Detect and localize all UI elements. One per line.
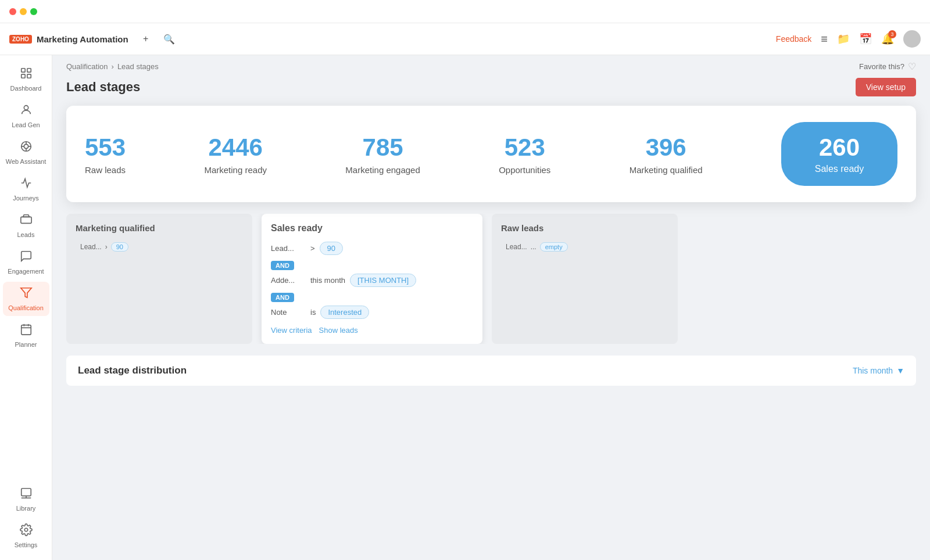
avatar[interactable]	[903, 30, 921, 48]
dashboard-icon	[20, 67, 33, 82]
stat-label-sales-ready: Sales ready	[815, 164, 864, 174]
svg-rect-0	[21, 69, 24, 72]
criteria-field-2: Adde...	[271, 276, 306, 285]
distribution-header: Lead stage distribution This month ▼	[78, 365, 904, 376]
card-title-sales-ready: Sales ready	[271, 223, 473, 234]
criteria-val-1: 90	[320, 242, 343, 255]
title-bar	[0, 0, 930, 23]
sidebar-item-planner[interactable]: Planner	[3, 318, 49, 353]
card-marketing-qualified: Marketing qualified Lead... › 90	[66, 214, 252, 344]
sidebar-item-lead-gen[interactable]: Lead Gen	[3, 99, 49, 133]
layout: Dashboard Lead Gen Web Assistant Journey…	[0, 55, 930, 560]
sidebar-label-qualification: Qualification	[8, 304, 44, 311]
and-connector-2: AND	[271, 293, 294, 302]
criteria-val-3: Interested	[320, 306, 369, 319]
criteria-marketing-qualified: Lead... › 90	[76, 240, 243, 254]
criteria-field-mq: Lead...	[80, 243, 102, 251]
criteria-op-2: this month	[310, 276, 345, 285]
criteria-val-2: [THIS MONTH]	[350, 274, 416, 287]
chevron-down-icon: ▼	[896, 366, 904, 375]
sidebar-label-engagement: Engagement	[8, 268, 44, 275]
stat-number-marketing-engaged: 785	[363, 134, 403, 161]
search-button[interactable]: 🔍	[161, 31, 177, 47]
zoho-badge: ZOHO	[9, 35, 32, 44]
web-assistant-icon	[20, 140, 33, 156]
breadcrumb-separator: ›	[112, 62, 114, 71]
and-connector-1: AND	[271, 261, 294, 270]
app-bar-actions: + 🔍	[138, 31, 177, 47]
svg-point-19	[24, 528, 28, 532]
criteria-links: View criteria Show leads	[271, 326, 473, 335]
sidebar-item-journeys[interactable]: Journeys	[3, 172, 49, 206]
calendar-icon[interactable]: 📅	[859, 33, 872, 45]
page-title: Lead stages	[66, 80, 140, 95]
svg-rect-3	[27, 74, 30, 78]
stat-marketing-ready[interactable]: 2446 Marketing ready	[204, 134, 267, 175]
distribution-title: Lead stage distribution	[78, 365, 187, 376]
sidebar-item-qualification[interactable]: Qualification	[3, 282, 49, 316]
page-header: Lead stages View setup	[52, 76, 930, 106]
sidebar-label-web-assistant: Web Assistant	[6, 158, 46, 165]
app-title: Marketing Automation	[37, 34, 128, 44]
stat-number-marketing-ready: 2446	[209, 134, 263, 161]
stat-marketing-qualified[interactable]: 396 Marketing qualified	[629, 134, 703, 175]
svg-rect-16	[21, 489, 31, 496]
list-icon[interactable]: ≡	[821, 33, 828, 46]
minimize-button[interactable]	[20, 8, 27, 15]
criteria-field-3: Note	[271, 308, 306, 317]
svg-rect-12	[21, 325, 31, 335]
notifications-icon[interactable]: 🔔 3	[881, 33, 894, 45]
feedback-link[interactable]: Feedback	[776, 34, 811, 44]
stat-marketing-engaged[interactable]: 785 Marketing engaged	[345, 134, 420, 175]
criteria-op-mq: ›	[105, 243, 108, 251]
favorite-area: Favorite this? ♡	[859, 61, 916, 72]
add-button[interactable]: +	[138, 31, 154, 47]
sidebar-label-leads: Leads	[17, 231, 35, 238]
lead-gen-icon	[20, 103, 33, 119]
sidebar-item-library[interactable]: Library	[3, 482, 49, 516]
period-label: This month	[853, 366, 893, 375]
period-selector[interactable]: This month ▼	[853, 366, 904, 375]
stat-label-marketing-ready: Marketing ready	[204, 165, 267, 175]
criteria-raw-leads: Lead... ... empty	[501, 240, 668, 254]
sidebar-item-dashboard[interactable]: Dashboard	[3, 62, 49, 96]
planner-icon	[20, 323, 33, 339]
journeys-icon	[20, 177, 33, 192]
view-setup-button[interactable]: View setup	[856, 78, 916, 96]
breadcrumb: Qualification › Lead stages	[66, 62, 159, 71]
sidebar-item-engagement[interactable]: Engagement	[3, 245, 49, 279]
folder-icon[interactable]: 📁	[837, 33, 850, 45]
leads-icon	[20, 213, 33, 229]
criteria-val-rl: empty	[540, 242, 568, 252]
sidebar-item-settings[interactable]: Settings	[3, 519, 49, 553]
stat-label-opportunities: Opportunities	[499, 165, 550, 175]
sidebar-item-leads[interactable]: Leads	[3, 209, 49, 243]
main-content: Qualification › Lead stages Favorite thi…	[52, 55, 930, 560]
maximize-button[interactable]	[30, 8, 37, 15]
svg-rect-1	[27, 69, 30, 72]
stat-opportunities[interactable]: 523 Opportunities	[499, 134, 550, 175]
svg-point-6	[24, 144, 28, 148]
view-criteria-link[interactable]: View criteria	[271, 326, 312, 335]
svg-marker-11	[20, 288, 31, 298]
svg-rect-2	[21, 74, 24, 78]
close-button[interactable]	[9, 8, 16, 15]
stat-sales-ready[interactable]: 260 Sales ready	[781, 122, 897, 186]
svg-point-4	[24, 106, 28, 110]
stat-number-raw-leads: 553	[85, 134, 126, 161]
stat-raw-leads[interactable]: 553 Raw leads	[85, 134, 126, 175]
heart-icon[interactable]: ♡	[908, 61, 916, 72]
show-leads-link[interactable]: Show leads	[319, 326, 358, 335]
sidebar-label-settings: Settings	[15, 541, 38, 548]
settings-icon	[20, 523, 33, 539]
stat-number-marketing-qualified: 396	[646, 134, 686, 161]
breadcrumb-parent[interactable]: Qualification	[66, 62, 108, 71]
criteria-field-1: Lead...	[271, 244, 306, 253]
criteria-field-rl: Lead...	[506, 243, 527, 251]
sidebar-item-web-assistant[interactable]: Web Assistant	[3, 135, 49, 170]
breadcrumb-current: Lead stages	[117, 62, 159, 71]
sidebar: Dashboard Lead Gen Web Assistant Journey…	[0, 55, 52, 560]
card-raw-leads: Raw leads Lead... ... empty	[492, 214, 678, 344]
criteria-row-1: Lead... > 90	[271, 242, 473, 255]
qualification-icon	[20, 286, 33, 302]
